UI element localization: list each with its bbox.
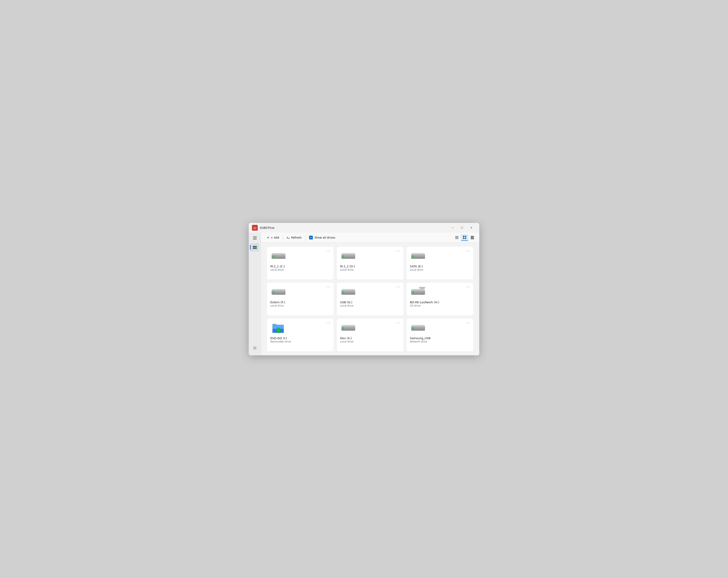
drives-icon: [253, 245, 257, 250]
drive-menu-esdiso[interactable]: ···: [327, 321, 331, 325]
drive-type-m21: Local drive: [270, 268, 284, 271]
drive-name-esdiso: ESD-ISO (I:): [270, 336, 287, 340]
drive-card-bdre[interactable]: ··· BD: [407, 283, 473, 315]
svg-rect-20: [463, 237, 464, 239]
drive-type-esdiso: Removable drive: [270, 340, 291, 343]
drive-menu-m22[interactable]: ···: [396, 249, 400, 253]
drive-type-usb: Local drive: [340, 304, 354, 307]
drive-name-samsung: Samsung_USB: [410, 336, 431, 340]
minimize-button[interactable]: ─: [448, 225, 457, 231]
svg-rect-9: [253, 238, 257, 238]
drive-card-m21[interactable]: ···: [267, 247, 334, 279]
view-controls: [453, 234, 476, 241]
drive-card-usb[interactable]: ··· USB (G:) Local drive: [337, 283, 404, 315]
sidebar: [249, 233, 261, 355]
titlebar-controls: ─ ☐ ✕: [448, 225, 476, 231]
drive-card-m22[interactable]: ··· M.2_2 (D:) Local drive: [337, 247, 404, 279]
drive-menu-m21[interactable]: ···: [327, 249, 331, 253]
drive-type-samsung: Network drive: [410, 340, 427, 343]
svg-point-41: [273, 292, 275, 293]
settings-button[interactable]: [251, 344, 259, 352]
app-window: SUBSTitue ─ ☐ ✕: [249, 223, 479, 355]
drive-card-dev[interactable]: ··· Dev (X:) Local drive: [337, 319, 404, 351]
refresh-icon: [287, 236, 290, 239]
drive-menu-samsung[interactable]: ···: [466, 321, 470, 325]
drive-menu-dev[interactable]: ···: [396, 321, 400, 325]
svg-point-7: [256, 227, 256, 228]
svg-point-38: [412, 255, 414, 257]
drive-type-extern: Local drive: [270, 304, 284, 307]
svg-rect-59: [342, 325, 355, 326]
svg-point-35: [343, 255, 344, 257]
close-button[interactable]: ✕: [467, 225, 476, 231]
add-label: + Add: [270, 236, 279, 239]
svg-rect-16: [455, 237, 459, 238]
svg-rect-40: [272, 289, 285, 290]
drive-type-dev: Local drive: [340, 340, 354, 343]
toolbar-separator-2: [305, 235, 306, 240]
svg-rect-19: [465, 236, 466, 237]
sidebar-item-drives[interactable]: [251, 243, 259, 251]
app-title: SUBSTitue: [260, 226, 448, 229]
show-all-drives-label: Show all drives: [314, 236, 335, 239]
view-table-button[interactable]: [469, 234, 476, 241]
app-icon: [252, 225, 258, 231]
svg-rect-18: [463, 236, 464, 237]
drive-icon-dev: [340, 322, 357, 334]
drive-name-bdre: BD-RE-Laufwerk (H:): [410, 301, 439, 304]
svg-rect-52: [412, 289, 424, 290]
svg-point-64: [412, 327, 414, 329]
refresh-label: Refresh: [291, 236, 302, 239]
view-list-button[interactable]: [453, 234, 461, 241]
plus-icon: +: [267, 235, 269, 240]
drive-menu-extern[interactable]: ···: [327, 285, 331, 289]
titlebar: SUBSTitue ─ ☐ ✕: [249, 223, 479, 233]
svg-point-44: [343, 292, 344, 293]
drive-card-samsung[interactable]: ··· Samsung_USB Network drive: [407, 319, 473, 351]
svg-point-6: [254, 227, 255, 228]
drive-icon-samsung: [410, 322, 426, 334]
drive-name-dev: Dev (X:): [340, 336, 352, 340]
drive-icon-bdre: BD: [410, 286, 426, 298]
settings-icon: [253, 346, 257, 350]
refresh-button[interactable]: Refresh: [284, 235, 304, 241]
drive-icon-m21: [270, 250, 287, 262]
show-all-drives-toggle[interactable]: Show all drives: [307, 234, 338, 241]
svg-rect-25: [471, 236, 472, 239]
table-view-icon: [471, 236, 474, 239]
drive-icon-sata: [410, 250, 426, 262]
drive-menu-bdre[interactable]: ···: [466, 285, 470, 289]
svg-point-32: [273, 255, 275, 257]
svg-rect-8: [253, 236, 257, 237]
svg-rect-37: [412, 253, 424, 254]
drive-name-extern: Extern (F:): [270, 301, 285, 304]
drive-type-bdre: CD drive: [410, 304, 420, 307]
svg-rect-63: [412, 325, 424, 326]
maximize-button[interactable]: ☐: [457, 225, 467, 231]
svg-rect-34: [342, 253, 355, 254]
svg-rect-21: [465, 237, 466, 239]
drive-icon-m22: [340, 250, 357, 262]
view-grid-button[interactable]: [461, 234, 468, 241]
sidebar-hamburger-button[interactable]: [251, 234, 259, 242]
checkbox-checked-icon: [309, 236, 313, 240]
svg-rect-55: [272, 324, 277, 326]
drive-type-sata: Local drive: [410, 268, 423, 271]
app-body: + + Add Refresh: [249, 233, 479, 355]
svg-point-13: [256, 246, 256, 247]
svg-rect-2: [253, 226, 254, 227]
drive-card-esdiso[interactable]: ··· ESD-ISO (I:) Removable drive: [267, 319, 334, 351]
list-view-icon: [455, 236, 459, 239]
drive-icon-usb: [340, 286, 357, 298]
drive-menu-sata[interactable]: ···: [466, 249, 470, 253]
hamburger-icon: [253, 236, 257, 240]
svg-point-60: [343, 327, 344, 329]
add-button[interactable]: + + Add: [264, 234, 282, 241]
drive-menu-usb[interactable]: ···: [396, 285, 400, 289]
drive-card-sata[interactable]: ··· SATA (E:) Local drive: [407, 247, 473, 279]
svg-rect-15: [455, 236, 459, 237]
drive-card-extern[interactable]: ··· Extern (F:) Local drive: [267, 283, 334, 315]
svg-point-14: [256, 248, 256, 248]
svg-rect-10: [253, 239, 257, 240]
checkmark-icon: [310, 236, 312, 239]
